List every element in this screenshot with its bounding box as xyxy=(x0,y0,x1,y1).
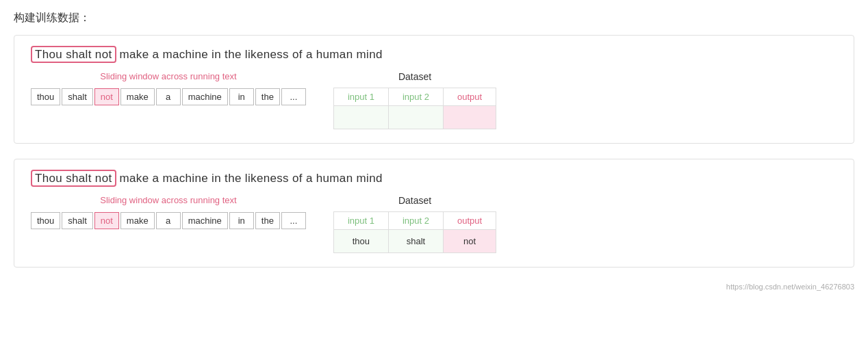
highlighted-phrase: Thou shalt not xyxy=(31,46,116,63)
dataset-label: Dataset xyxy=(333,195,496,206)
token: shalt xyxy=(62,212,92,229)
table-header-output: output xyxy=(443,212,496,230)
token: thou xyxy=(31,88,60,105)
diagram-card-2: Thou shalt not make a machine in the lik… xyxy=(14,159,854,268)
token: the xyxy=(255,212,280,229)
token: shalt xyxy=(62,88,92,105)
sentence-suffix: make a machine in the likeness of a huma… xyxy=(116,172,383,185)
table-header-input2: input 2 xyxy=(388,88,443,106)
token: machine xyxy=(182,88,228,105)
token-row: thoushaltnotmakeamachineinthe... xyxy=(31,212,306,229)
page-title: 构建训练数据： xyxy=(14,11,854,25)
table-cell-2 xyxy=(443,106,496,129)
highlighted-phrase: Thou shalt not xyxy=(31,170,116,187)
token: ... xyxy=(281,212,306,229)
dataset-label: Dataset xyxy=(333,71,496,82)
table-header-input1: input 1 xyxy=(333,212,388,230)
table-cell-0 xyxy=(333,106,388,129)
token: not xyxy=(94,212,119,229)
table-cell-1 xyxy=(388,106,443,129)
table-header-output: output xyxy=(443,88,496,106)
sliding-window-label: Sliding window across running text xyxy=(31,71,306,81)
sentence-line: Thou shalt not make a machine in the lik… xyxy=(31,172,837,185)
token: machine xyxy=(182,212,228,229)
table-cell-1: shalt xyxy=(388,230,443,253)
dataset-table: input 1input 2output xyxy=(333,88,496,129)
diagram-card-1: Thou shalt not make a machine in the lik… xyxy=(14,35,854,144)
token-row: thoushaltnotmakeamachineinthe... xyxy=(31,88,306,105)
watermark: https://blog.csdn.net/weixin_46276803 xyxy=(14,283,854,291)
token: make xyxy=(120,88,155,105)
table-cell-2: not xyxy=(443,230,496,253)
table-row xyxy=(333,106,496,129)
token: in xyxy=(229,212,254,229)
token: a xyxy=(156,88,181,105)
sentence-suffix: make a machine in the likeness of a huma… xyxy=(116,48,383,61)
token: in xyxy=(229,88,254,105)
token: thou xyxy=(31,212,60,229)
token: make xyxy=(120,212,155,229)
dataset-table: input 1input 2outputthoushaltnot xyxy=(333,211,496,253)
token: a xyxy=(156,212,181,229)
table-header-input1: input 1 xyxy=(333,88,388,106)
token: the xyxy=(255,88,280,105)
table-cell-0: thou xyxy=(333,230,388,253)
token: ... xyxy=(281,88,306,105)
table-row: thoushaltnot xyxy=(333,230,496,253)
sentence-line: Thou shalt not make a machine in the lik… xyxy=(31,48,837,62)
sliding-window-label: Sliding window across running text xyxy=(31,195,306,205)
token: not xyxy=(94,88,119,105)
table-header-input2: input 2 xyxy=(388,212,443,230)
